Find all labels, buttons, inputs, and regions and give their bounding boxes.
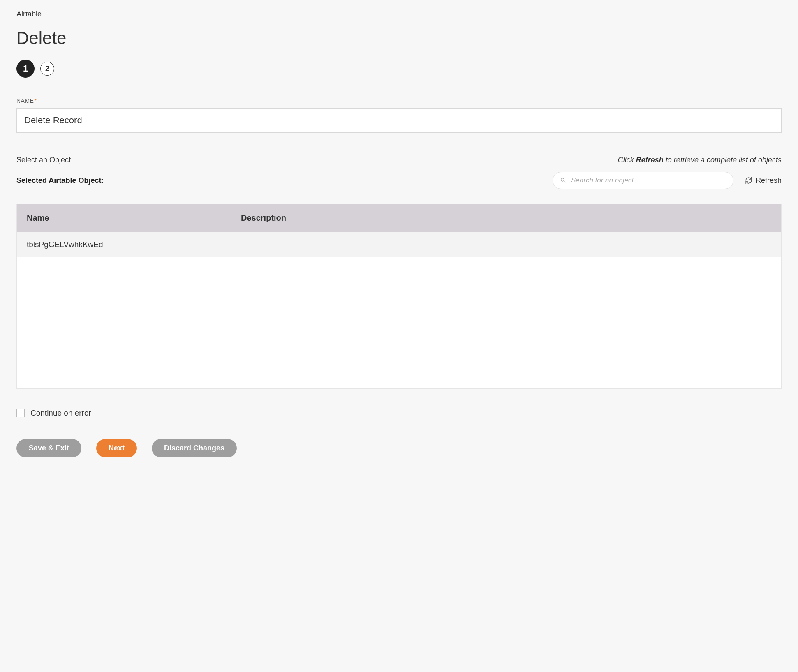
step-connector [35, 69, 40, 69]
step-2[interactable]: 2 [40, 62, 54, 76]
refresh-hint-pre: Click [618, 156, 636, 164]
next-button[interactable]: Next [96, 439, 137, 457]
col-header-description[interactable]: Description [231, 204, 781, 232]
name-field-label: NAME * [16, 97, 782, 104]
col-header-name[interactable]: Name [17, 204, 231, 232]
continue-on-error-label: Continue on error [30, 409, 91, 418]
selected-object-label: Selected Airtable Object: [16, 176, 104, 185]
name-input[interactable] [16, 108, 782, 133]
cell-name: tblsPgGELVwhkKwEd [17, 232, 231, 258]
cell-description [231, 232, 781, 258]
name-label-text: NAME [16, 97, 34, 104]
object-table-container: Name Description tblsPgGELVwhkKwEd [16, 204, 782, 389]
refresh-button[interactable]: Refresh [745, 176, 782, 185]
step-1[interactable]: 1 [16, 60, 35, 78]
breadcrumb-link[interactable]: Airtable [16, 10, 42, 18]
refresh-hint: Click Refresh to retrieve a complete lis… [618, 156, 782, 164]
discard-button[interactable]: Discard Changes [152, 439, 237, 457]
refresh-icon [745, 177, 752, 184]
object-table: Name Description tblsPgGELVwhkKwEd [17, 204, 781, 258]
search-wrap [553, 172, 733, 189]
search-input[interactable] [553, 172, 733, 189]
required-indicator: * [34, 97, 37, 104]
search-icon [560, 177, 567, 184]
page-title: Delete [16, 28, 782, 48]
stepper: 1 2 [16, 60, 782, 78]
refresh-hint-post: to retrieve a complete list of objects [664, 156, 782, 164]
refresh-button-label: Refresh [756, 176, 782, 185]
select-object-label: Select an Object [16, 156, 71, 164]
table-row[interactable]: tblsPgGELVwhkKwEd [17, 232, 781, 258]
continue-on-error-checkbox[interactable] [16, 409, 25, 417]
refresh-hint-strong: Refresh [636, 156, 664, 164]
save-exit-button[interactable]: Save & Exit [16, 439, 81, 457]
